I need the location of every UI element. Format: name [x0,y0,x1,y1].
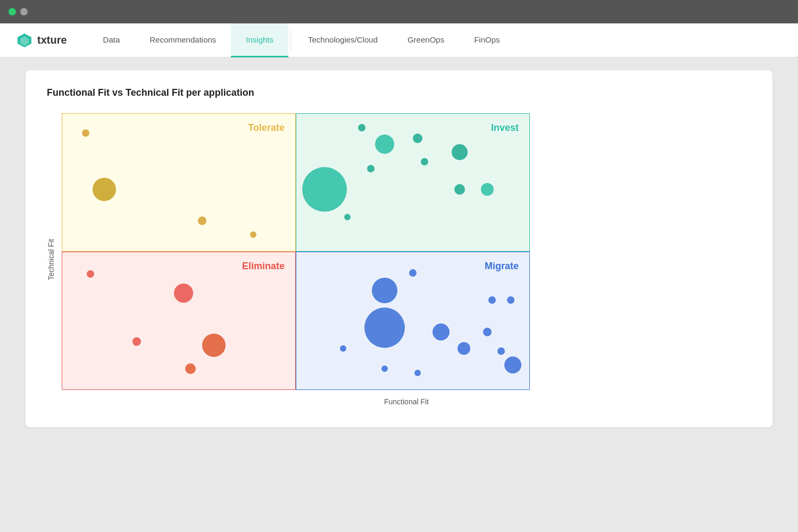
bubble-migrate [414,370,421,376]
window-dot-2[interactable] [20,8,28,15]
bubble-eliminate [202,334,226,357]
bubble-tolerate [82,129,89,137]
bubble-migrate [372,278,397,303]
main-content: Functional Fit vs Technical Fit per appl… [0,57,798,440]
quadrant-invest: Invest [296,113,530,252]
quadrant-grid: Tolerate Invest Eliminate Migrate [62,113,530,390]
y-axis-label: Technical Fit [47,239,55,280]
chart-card: Functional Fit vs Technical Fit per appl… [26,70,772,427]
bubble-migrate [458,342,470,355]
titlebar [0,0,798,23]
bubble-invest [302,167,347,212]
bubble-eliminate [87,270,94,278]
bubble-invest [481,183,494,196]
bubble-invest [367,165,375,172]
label-tolerate: Tolerate [248,122,285,134]
bubble-eliminate [185,363,196,374]
bubble-eliminate [174,284,193,303]
navbar: txture Data Recommendations Insights Tec… [0,23,798,57]
window-dot-1[interactable] [9,8,16,15]
bubble-migrate [507,296,514,304]
quadrant-tolerate: Tolerate [62,113,296,252]
bubble-eliminate [132,337,141,346]
nav-items: Data Recommendations Insights Technologi… [88,23,515,57]
bubble-invest [421,158,428,165]
bubble-migrate [504,356,521,373]
bubble-invest [375,135,394,154]
bubble-invest [413,134,422,143]
label-invest: Invest [491,122,519,134]
bubble-migrate [433,323,450,340]
nav-item-insights[interactable]: Insights [231,23,288,57]
bubble-tolerate [250,231,256,238]
label-eliminate: Eliminate [242,261,285,272]
chart-inner: Tolerate Invest Eliminate Migrate Fun [62,113,751,406]
nav-divider [290,30,291,51]
quadrant-migrate: Migrate [296,252,530,390]
logo-icon [16,32,33,49]
bubble-invest [454,184,465,195]
chart-title: Functional Fit vs Technical Fit per appl… [47,87,751,98]
bubble-migrate [381,365,388,372]
bubble-migrate [340,345,346,352]
bubble-tolerate [93,178,116,201]
nav-item-data[interactable]: Data [88,23,135,57]
bubble-migrate [364,307,405,348]
logo-text: txture [37,34,67,46]
nav-item-technologies[interactable]: Technologies/Cloud [293,23,393,57]
bubble-migrate [483,328,492,336]
chart-area: Technical Fit Tolerate Invest Eliminate [47,113,751,406]
label-migrate: Migrate [485,261,519,272]
nav-item-greenops[interactable]: GreenOps [393,23,459,57]
nav-item-finops[interactable]: FinOps [459,23,514,57]
nav-item-recommendations[interactable]: Recommendations [135,23,231,57]
bubble-invest [452,144,468,160]
bubble-migrate [497,347,505,355]
bubble-invest [344,214,351,220]
quadrant-eliminate: Eliminate [62,252,296,390]
bubble-invest [358,124,365,131]
bubble-migrate [488,296,496,304]
bubble-migrate [409,269,417,277]
logo[interactable]: txture [16,32,67,49]
x-axis-label: Functional Fit [62,397,751,406]
bubble-tolerate [198,217,206,225]
